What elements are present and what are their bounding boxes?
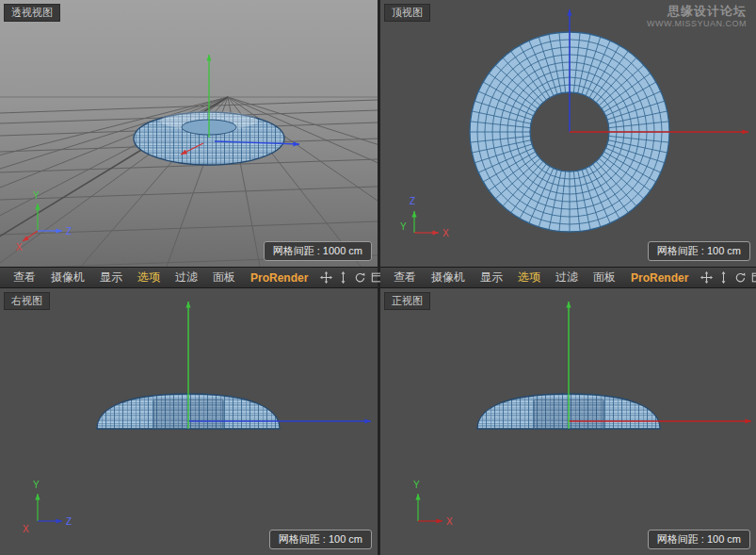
menu-camera[interactable]: 摄像机 [43, 269, 92, 286]
viewport-toggle-icon[interactable] [751, 270, 756, 285]
viewport-right[interactable]: Y Z X 右视图 网格间距 : 100 cm [0, 288, 378, 555]
menu-display[interactable]: 显示 [473, 269, 510, 286]
front-view-canvas[interactable]: Y X [380, 288, 756, 555]
menu-options[interactable]: 选项 [510, 269, 548, 286]
rotate-icon[interactable] [354, 270, 366, 285]
viewport-top[interactable]: Z Y X 顶视图 思缘设计论坛 WWW.MISSYUAN.COM 网格间距 :… [380, 0, 756, 267]
grid-spacing-badge: 网格间距 : 1000 cm [264, 241, 372, 261]
pan-icon[interactable] [320, 270, 332, 285]
viewport-front[interactable]: Y X 正视图 网格间距 : 100 cm [380, 288, 756, 555]
menu-view[interactable]: 查看 [6, 269, 43, 286]
menubar-right-view: 查看 摄像机 显示 选项 过滤 面板 ProRender [0, 267, 378, 288]
pan-icon[interactable] [700, 270, 713, 285]
axis-y-label: Y [33, 190, 40, 201]
menu-prorender[interactable]: ProRender [623, 271, 696, 285]
axis-x-label: X [23, 524, 29, 534]
menu-filter[interactable]: 过滤 [168, 269, 205, 286]
menu-prorender[interactable]: ProRender [243, 271, 315, 285]
watermark-url: WWW.MISSYUAN.COM [647, 19, 747, 28]
axis-y-label: Y [33, 480, 40, 490]
menu-panel[interactable]: 面板 [586, 269, 623, 286]
menu-panel[interactable]: 面板 [205, 269, 243, 286]
viewport-label-perspective: 透视视图 [4, 4, 60, 22]
menu-camera[interactable]: 摄像机 [424, 269, 473, 286]
menubar-front-view: 查看 摄像机 显示 选项 过滤 面板 ProRender [380, 267, 756, 288]
axis-z-label: Z [66, 516, 72, 527]
axis-x-label: X [446, 516, 453, 527]
rotate-icon[interactable] [734, 270, 747, 285]
menu-filter[interactable]: 过滤 [548, 269, 586, 286]
viewport-label-right: 右视图 [4, 292, 50, 310]
top-view-canvas[interactable]: Z Y X [380, 0, 756, 267]
dolly-icon[interactable] [337, 270, 349, 285]
axis-x-label: X [442, 228, 449, 238]
menu-options[interactable]: 选项 [130, 269, 168, 286]
grid-spacing-badge: 网格间距 : 100 cm [269, 530, 372, 549]
perspective-view-canvas[interactable]: Y Z X [0, 0, 378, 267]
axis-x-label: X [16, 242, 23, 253]
axis-z-label: Z [410, 196, 415, 206]
watermark-title: 思缘设计论坛 [647, 5, 747, 19]
axis-y-label: Y [413, 480, 420, 490]
menu-view[interactable]: 查看 [386, 269, 424, 286]
viewport-perspective[interactable]: Y Z X 透视视图 网格间距 : 1000 cm [0, 0, 378, 267]
axis-z-label: Z [66, 226, 72, 237]
grid-spacing-badge: 网格间距 : 100 cm [648, 530, 750, 549]
dolly-icon[interactable] [717, 270, 730, 285]
right-view-canvas[interactable]: Y Z X [0, 288, 378, 555]
watermark: 思缘设计论坛 WWW.MISSYUAN.COM [647, 5, 747, 28]
viewport-label-top: 顶视图 [384, 4, 430, 22]
viewport-label-front: 正视图 [384, 292, 430, 310]
grid-spacing-badge: 网格间距 : 100 cm [648, 241, 750, 261]
axis-y-label: Y [400, 221, 407, 232]
c4d-four-view-layout: Y Z X 透视视图 网格间距 : 1000 cm Z Y X 顶视图 思缘设计… [0, 0, 756, 555]
menu-display[interactable]: 显示 [92, 269, 130, 286]
